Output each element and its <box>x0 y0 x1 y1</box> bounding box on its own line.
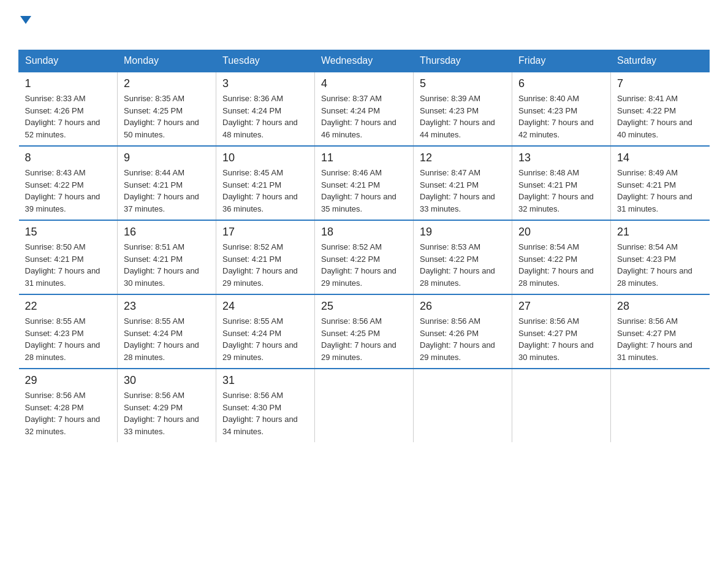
sunrise: Sunrise: 8:52 AM <box>222 242 283 251</box>
sunset: Sunset: 4:28 PM <box>25 403 84 412</box>
day-number: 19 <box>420 226 506 239</box>
day-number: 23 <box>124 300 210 313</box>
sunset: Sunset: 4:26 PM <box>420 329 479 338</box>
sunrise: Sunrise: 8:41 AM <box>617 94 678 103</box>
day-info: Sunrise: 8:41 AM Sunset: 4:22 PM Dayligh… <box>617 93 703 140</box>
day-info: Sunrise: 8:55 AM Sunset: 4:23 PM Dayligh… <box>25 315 112 363</box>
sunset: Sunset: 4:24 PM <box>222 106 281 115</box>
weekday-header-tuesday: Tuesday <box>216 50 315 72</box>
sunrise: Sunrise: 8:51 AM <box>124 242 184 251</box>
day-info: Sunrise: 8:45 AM Sunset: 4:21 PM Dayligh… <box>222 167 308 215</box>
daylight: Daylight: 7 hours and 42 minutes. <box>518 118 594 139</box>
weekday-header-row: SundayMondayTuesdayWednesdayThursdayFrid… <box>19 50 710 72</box>
day-cell: 13 Sunrise: 8:48 AM Sunset: 4:21 PM Dayl… <box>512 146 611 220</box>
day-cell <box>315 369 414 442</box>
logo-triangle-icon <box>20 16 31 24</box>
sunrise: Sunrise: 8:44 AM <box>124 168 184 177</box>
day-info: Sunrise: 8:44 AM Sunset: 4:21 PM Dayligh… <box>124 167 210 215</box>
sunrise: Sunrise: 8:50 AM <box>25 242 86 251</box>
daylight: Daylight: 7 hours and 28 minutes. <box>124 340 199 362</box>
day-info: Sunrise: 8:46 AM Sunset: 4:21 PM Dayligh… <box>321 167 407 215</box>
sunrise: Sunrise: 8:56 AM <box>124 391 184 400</box>
day-info: Sunrise: 8:39 AM Sunset: 4:23 PM Dayligh… <box>420 93 506 140</box>
day-cell: 6 Sunrise: 8:40 AM Sunset: 4:23 PM Dayli… <box>512 72 611 146</box>
daylight: Daylight: 7 hours and 52 minutes. <box>25 118 100 139</box>
day-number: 11 <box>321 151 407 164</box>
sunrise: Sunrise: 8:56 AM <box>222 391 283 400</box>
day-number: 14 <box>617 151 703 164</box>
weekday-header-wednesday: Wednesday <box>315 50 414 72</box>
daylight: Daylight: 7 hours and 32 minutes. <box>518 192 594 213</box>
day-number: 17 <box>222 226 308 239</box>
day-cell: 12 Sunrise: 8:47 AM Sunset: 4:21 PM Dayl… <box>414 146 512 220</box>
sunset: Sunset: 4:22 PM <box>420 255 479 264</box>
sunset: Sunset: 4:27 PM <box>617 329 676 338</box>
day-number: 10 <box>222 151 308 164</box>
sunrise: Sunrise: 8:37 AM <box>321 94 382 103</box>
sunset: Sunset: 4:22 PM <box>617 106 676 115</box>
day-cell: 27 Sunrise: 8:56 AM Sunset: 4:27 PM Dayl… <box>512 294 611 369</box>
daylight: Daylight: 7 hours and 32 minutes. <box>25 415 100 436</box>
day-info: Sunrise: 8:55 AM Sunset: 4:24 PM Dayligh… <box>222 315 308 363</box>
day-number: 13 <box>518 151 604 164</box>
weekday-header-saturday: Saturday <box>611 50 710 72</box>
day-cell: 20 Sunrise: 8:54 AM Sunset: 4:22 PM Dayl… <box>512 220 611 294</box>
day-info: Sunrise: 8:36 AM Sunset: 4:24 PM Dayligh… <box>222 93 308 140</box>
weekday-header-sunday: Sunday <box>19 50 118 72</box>
sunset: Sunset: 4:21 PM <box>222 180 281 190</box>
daylight: Daylight: 7 hours and 29 minutes. <box>420 340 495 362</box>
sunrise: Sunrise: 8:47 AM <box>420 168 480 177</box>
sunrise: Sunrise: 8:40 AM <box>518 94 579 103</box>
day-info: Sunrise: 8:56 AM Sunset: 4:26 PM Dayligh… <box>420 315 506 363</box>
day-number: 31 <box>222 374 308 387</box>
daylight: Daylight: 7 hours and 39 minutes. <box>25 192 100 213</box>
daylight: Daylight: 7 hours and 37 minutes. <box>124 192 199 213</box>
day-info: Sunrise: 8:56 AM Sunset: 4:25 PM Dayligh… <box>321 315 407 363</box>
daylight: Daylight: 7 hours and 31 minutes. <box>617 192 692 213</box>
day-info: Sunrise: 8:40 AM Sunset: 4:23 PM Dayligh… <box>518 93 604 140</box>
week-row-3: 15 Sunrise: 8:50 AM Sunset: 4:21 PM Dayl… <box>19 220 710 294</box>
day-cell: 22 Sunrise: 8:55 AM Sunset: 4:23 PM Dayl… <box>19 294 118 369</box>
daylight: Daylight: 7 hours and 30 minutes. <box>518 340 594 362</box>
day-number: 12 <box>420 151 506 164</box>
daylight: Daylight: 7 hours and 28 minutes. <box>25 340 100 362</box>
day-info: Sunrise: 8:56 AM Sunset: 4:28 PM Dayligh… <box>25 389 112 437</box>
sunrise: Sunrise: 8:43 AM <box>25 168 86 177</box>
sunset: Sunset: 4:29 PM <box>124 403 183 412</box>
day-info: Sunrise: 8:56 AM Sunset: 4:27 PM Dayligh… <box>518 315 604 363</box>
day-cell <box>414 369 512 442</box>
day-cell: 14 Sunrise: 8:49 AM Sunset: 4:21 PM Dayl… <box>611 146 710 220</box>
sunrise: Sunrise: 8:55 AM <box>124 316 184 326</box>
day-cell: 10 Sunrise: 8:45 AM Sunset: 4:21 PM Dayl… <box>216 146 315 220</box>
day-cell: 18 Sunrise: 8:52 AM Sunset: 4:22 PM Dayl… <box>315 220 414 294</box>
sunset: Sunset: 4:25 PM <box>124 106 183 115</box>
daylight: Daylight: 7 hours and 33 minutes. <box>124 415 199 436</box>
sunset: Sunset: 4:30 PM <box>222 403 281 412</box>
day-number: 1 <box>25 77 112 90</box>
day-info: Sunrise: 8:54 AM Sunset: 4:22 PM Dayligh… <box>518 241 604 289</box>
sunset: Sunset: 4:21 PM <box>124 255 183 264</box>
day-info: Sunrise: 8:47 AM Sunset: 4:21 PM Dayligh… <box>420 167 506 215</box>
day-cell: 23 Sunrise: 8:55 AM Sunset: 4:24 PM Dayl… <box>118 294 216 369</box>
sunrise: Sunrise: 8:54 AM <box>617 242 678 251</box>
day-number: 24 <box>222 300 308 313</box>
day-cell: 17 Sunrise: 8:52 AM Sunset: 4:21 PM Dayl… <box>216 220 315 294</box>
daylight: Daylight: 7 hours and 46 minutes. <box>321 118 396 139</box>
sunrise: Sunrise: 8:45 AM <box>222 168 283 177</box>
sunset: Sunset: 4:23 PM <box>617 255 676 264</box>
daylight: Daylight: 7 hours and 34 minutes. <box>222 415 298 436</box>
daylight: Daylight: 7 hours and 29 minutes. <box>321 266 396 288</box>
day-info: Sunrise: 8:49 AM Sunset: 4:21 PM Dayligh… <box>617 167 703 215</box>
sunset: Sunset: 4:23 PM <box>25 329 84 338</box>
day-cell: 19 Sunrise: 8:53 AM Sunset: 4:22 PM Dayl… <box>414 220 512 294</box>
sunrise: Sunrise: 8:56 AM <box>617 316 678 326</box>
sunrise: Sunrise: 8:48 AM <box>518 168 579 177</box>
day-cell: 8 Sunrise: 8:43 AM Sunset: 4:22 PM Dayli… <box>19 146 118 220</box>
logo <box>18 12 31 37</box>
sunset: Sunset: 4:22 PM <box>321 255 380 264</box>
day-number: 25 <box>321 300 407 313</box>
day-info: Sunrise: 8:43 AM Sunset: 4:22 PM Dayligh… <box>25 167 112 215</box>
daylight: Daylight: 7 hours and 44 minutes. <box>420 118 495 139</box>
day-cell: 2 Sunrise: 8:35 AM Sunset: 4:25 PM Dayli… <box>118 72 216 146</box>
day-cell: 24 Sunrise: 8:55 AM Sunset: 4:24 PM Dayl… <box>216 294 315 369</box>
